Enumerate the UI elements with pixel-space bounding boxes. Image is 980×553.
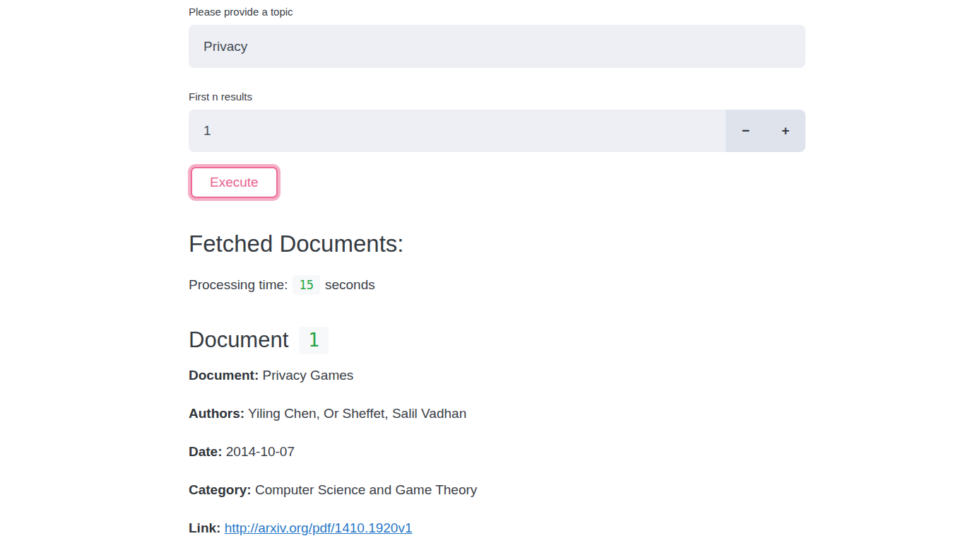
increment-button[interactable]: +	[766, 110, 806, 152]
document-date-value: 2014-10-07	[226, 444, 295, 459]
document-authors-label: Authors:	[189, 406, 244, 421]
processing-time-label: Processing time:	[189, 277, 288, 293]
document-link-label: Link:	[189, 520, 220, 535]
document-heading: Document 1	[189, 327, 805, 354]
processing-time-unit: seconds	[325, 277, 375, 293]
document-date-label: Date:	[189, 444, 223, 459]
document-number-badge: 1	[299, 327, 329, 354]
document-category-label: Category:	[189, 482, 252, 497]
topic-label: Please provide a topic	[189, 5, 805, 18]
document-authors-row: Authors: Yiling Chen, Or Sheffet, Salil …	[189, 407, 805, 421]
minus-icon: −	[742, 123, 750, 138]
arxiv-pdf-link[interactable]: http://arxiv.org/pdf/1410.1920v1	[225, 520, 413, 535]
results-heading: Fetched Documents:	[189, 232, 805, 257]
plus-icon: +	[781, 123, 789, 138]
document-category-row: Category: Computer Science and Game Theo…	[189, 483, 805, 498]
document-heading-text: Document	[189, 329, 288, 352]
document-title-row: Document: Privacy Games	[189, 368, 805, 383]
processing-time-line: Processing time: 15 seconds	[189, 275, 805, 295]
document-title-label: Document:	[189, 368, 259, 383]
topic-input[interactable]	[189, 25, 805, 68]
document-authors-value: Yiling Chen, Or Sheffet, Salil Vadhan	[248, 406, 466, 421]
document-date-row: Date: 2014-10-07	[189, 445, 805, 460]
number-stepper: − +	[726, 110, 805, 152]
app-content: Please provide a topic First n results −…	[189, 0, 805, 535]
n-results-input[interactable]	[189, 110, 726, 152]
n-results-label: First n results	[189, 90, 805, 103]
execute-button[interactable]: Execute	[191, 167, 278, 198]
document-category-value: Computer Science and Game Theory	[255, 482, 477, 497]
processing-time-value: 15	[293, 275, 319, 295]
decrement-button[interactable]: −	[726, 110, 766, 152]
document-link-row: Link: http://arxiv.org/pdf/1410.1920v1	[189, 521, 805, 536]
document-title-value: Privacy Games	[263, 368, 354, 383]
n-results-field: − +	[189, 110, 805, 152]
